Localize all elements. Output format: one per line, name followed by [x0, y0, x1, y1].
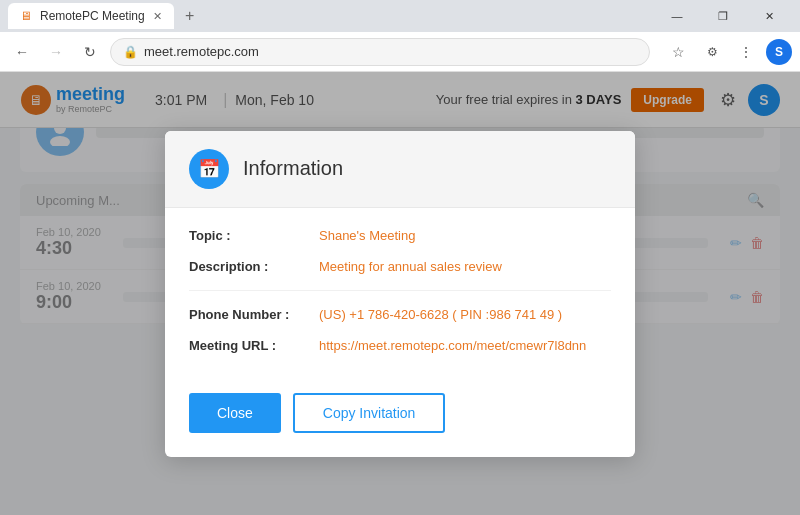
lock-icon: 🔒: [123, 45, 138, 59]
information-modal: 📅 Information Topic : Shane's Meeting De…: [165, 131, 635, 457]
new-tab-button[interactable]: +: [178, 4, 202, 28]
description-row: Description : Meeting for annual sales r…: [189, 259, 611, 274]
back-button[interactable]: ←: [8, 38, 36, 66]
tab-title: RemotePC Meeting: [40, 9, 145, 23]
extensions-button[interactable]: ⚙: [698, 38, 726, 66]
topic-value: Shane's Meeting: [319, 228, 415, 243]
modal-calendar-icon: 📅: [189, 149, 229, 189]
window-minimize-button[interactable]: —: [654, 0, 700, 32]
modal-divider: [189, 290, 611, 291]
phone-label: Phone Number :: [189, 307, 319, 322]
address-bar[interactable]: 🔒 meet.remotepc.com: [110, 38, 650, 66]
url-label: Meeting URL :: [189, 338, 319, 353]
forward-button[interactable]: →: [42, 38, 70, 66]
topic-label: Topic :: [189, 228, 319, 243]
tab-favicon: 🖥: [20, 9, 32, 23]
phone-value: (US) +1 786-420-6628 ( PIN :986 741 49 ): [319, 307, 562, 322]
menu-button[interactable]: ⋮: [732, 38, 760, 66]
modal-body: Topic : Shane's Meeting Description : Me…: [165, 208, 635, 393]
phone-row: Phone Number : (US) +1 786-420-6628 ( PI…: [189, 307, 611, 322]
bookmark-button[interactable]: ☆: [664, 38, 692, 66]
topic-row: Topic : Shane's Meeting: [189, 228, 611, 243]
tab-close-button[interactable]: ✕: [153, 10, 162, 23]
modal-footer: Close Copy Invitation: [165, 393, 635, 457]
url-text: meet.remotepc.com: [144, 44, 259, 59]
url-value: https://meet.remotepc.com/meet/cmewr7l8d…: [319, 338, 586, 353]
modal-header: 📅 Information: [165, 131, 635, 208]
window-close-button[interactable]: ✕: [746, 0, 792, 32]
description-value: Meeting for annual sales review: [319, 259, 502, 274]
description-label: Description :: [189, 259, 319, 274]
modal-title: Information: [243, 157, 343, 180]
url-row: Meeting URL : https://meet.remotepc.com/…: [189, 338, 611, 353]
modal-overlay: 📅 Information Topic : Shane's Meeting De…: [0, 72, 800, 515]
reload-button[interactable]: ↻: [76, 38, 104, 66]
browser-profile-button[interactable]: S: [766, 39, 792, 65]
copy-invitation-button[interactable]: Copy Invitation: [293, 393, 446, 433]
close-button[interactable]: Close: [189, 393, 281, 433]
browser-tab[interactable]: 🖥 RemotePC Meeting ✕: [8, 3, 174, 29]
window-restore-button[interactable]: ❐: [700, 0, 746, 32]
